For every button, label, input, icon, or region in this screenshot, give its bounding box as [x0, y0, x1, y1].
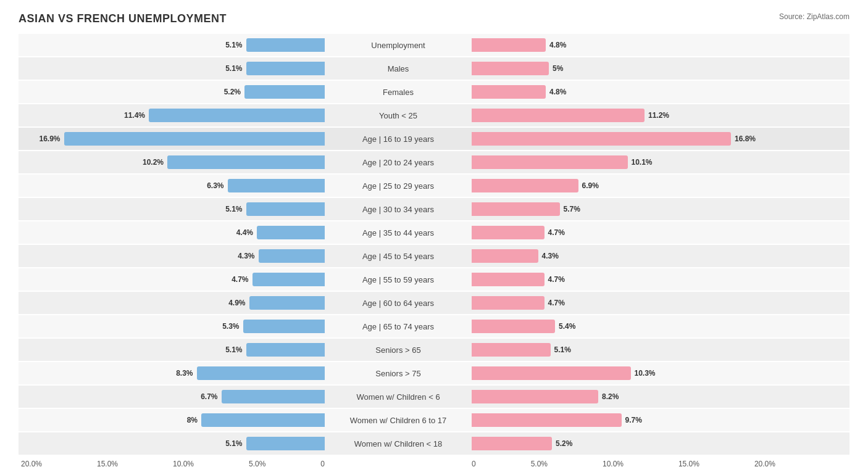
axis-label-left-1: 15.0% [97, 460, 118, 467]
left-value-label: 5.2% [224, 88, 241, 96]
axis-label-left-3: 5.0% [249, 460, 265, 467]
right-bar-wrapper: 9.7% [469, 413, 778, 427]
french-bar [472, 85, 546, 99]
left-bar-wrapper: 5.3% [19, 320, 327, 333]
chart-row: 6.3%Age | 25 to 29 years6.9% [19, 175, 849, 197]
left-value-label: 5.3% [222, 322, 239, 331]
right-value-label: 16.8% [735, 134, 756, 143]
asian-bar [246, 62, 325, 75]
asian-bar [257, 226, 325, 239]
asian-bar [243, 320, 325, 333]
row-center-label: Age | 20 to 24 years [327, 158, 469, 167]
chart-row: 5.1%Age | 30 to 34 years5.7% [19, 198, 849, 220]
left-bar-wrapper: 5.1% [19, 343, 327, 357]
right-bar-wrapper: 11.2% [469, 109, 778, 122]
axis-left: 20.0% 15.0% 10.0% 5.0% 0 [19, 460, 327, 467]
left-value-label: 8% [187, 416, 198, 424]
left-value-label: 5.1% [225, 345, 242, 354]
asian-bar [252, 273, 325, 286]
asian-bar [246, 38, 325, 52]
french-bar [472, 296, 545, 310]
chart-row: 5.1%Unemployment4.8% [19, 34, 849, 56]
axis-label-left-4: 0 [320, 460, 325, 467]
right-value-label: 4.7% [548, 275, 565, 284]
right-value-label: 5.2% [556, 439, 572, 448]
right-bar-wrapper: 10.1% [469, 155, 778, 169]
right-bar-wrapper: 5.4% [469, 320, 778, 333]
row-center-label: Seniors > 75 [327, 369, 469, 378]
chart-row: 5.1%Males5% [19, 57, 849, 80]
asian-bar [259, 249, 325, 263]
left-bar-wrapper: 5.1% [19, 62, 327, 75]
left-value-label: 5.1% [225, 64, 242, 73]
right-bar-wrapper: 16.8% [469, 132, 778, 146]
right-value-label: 5.7% [564, 205, 580, 213]
right-value-label: 10.3% [635, 369, 656, 378]
row-center-label: Seniors > 65 [327, 345, 469, 355]
left-bar-wrapper: 11.4% [19, 109, 327, 122]
right-bar-wrapper: 4.7% [469, 226, 778, 239]
row-center-label: Age | 30 to 34 years [327, 205, 469, 214]
right-value-label: 10.1% [632, 158, 653, 167]
french-bar [472, 437, 552, 450]
left-bar-wrapper: 8.3% [19, 366, 327, 380]
chart-source: Source: ZipAtlas.com [779, 12, 849, 21]
right-bar-wrapper: 8.2% [469, 390, 778, 403]
left-bar-wrapper: 5.1% [19, 38, 327, 52]
left-value-label: 5.1% [225, 205, 242, 213]
left-value-label: 11.4% [124, 111, 145, 120]
axis-label-right-4: 20.0% [754, 460, 775, 467]
left-bar-wrapper: 4.9% [19, 296, 327, 310]
french-bar [472, 132, 731, 146]
left-value-label: 8.3% [176, 369, 193, 378]
chart-header: ASIAN VS FRENCH UNEMPLOYMENT Source: Zip… [19, 12, 849, 25]
asian-bar [197, 366, 325, 380]
right-value-label: 5.4% [559, 322, 575, 331]
asian-bar [249, 296, 325, 310]
right-value-label: 5.1% [554, 345, 571, 354]
left-bar-wrapper: 6.3% [19, 179, 327, 192]
right-value-label: 8.2% [602, 392, 619, 401]
chart-container: ASIAN VS FRENCH UNEMPLOYMENT Source: Zip… [0, 0, 868, 467]
left-bar-wrapper: 5.1% [19, 202, 327, 216]
row-center-label: Age | 25 to 29 years [327, 181, 469, 191]
row-center-label: Age | 60 to 64 years [327, 299, 469, 308]
asian-bar [64, 132, 325, 146]
left-bar-wrapper: 16.9% [19, 132, 327, 146]
right-value-label: 4.7% [548, 299, 565, 307]
row-center-label: Women w/ Children < 6 [327, 392, 469, 402]
french-bar [472, 62, 549, 75]
left-bar-wrapper: 4.7% [19, 273, 327, 286]
right-bar-wrapper: 10.3% [469, 366, 778, 380]
french-bar [472, 109, 645, 122]
chart-row: 11.4%Youth < 2511.2% [19, 104, 849, 126]
french-bar [472, 179, 578, 192]
chart-row: 8%Women w/ Children 6 to 179.7% [19, 409, 849, 431]
chart-row: 5.3%Age | 65 to 74 years5.4% [19, 315, 849, 337]
chart-row: 4.7%Age | 55 to 59 years4.7% [19, 268, 849, 291]
french-bar [472, 202, 560, 216]
row-center-label: Women w/ Children < 18 [327, 439, 469, 448]
chart-row: 5.1%Women w/ Children < 185.2% [19, 432, 849, 455]
chart-row: 10.2%Age | 20 to 24 years10.1% [19, 151, 849, 173]
french-bar [472, 320, 555, 333]
left-value-label: 6.7% [201, 392, 217, 401]
chart-row: 5.2%Females4.8% [19, 81, 849, 103]
right-bar-wrapper: 6.9% [469, 179, 778, 192]
french-bar [472, 390, 598, 403]
chart-body: 5.1%Unemployment4.8%5.1%Males5%5.2%Femal… [19, 34, 849, 455]
row-center-label: Males [327, 64, 469, 73]
left-value-label: 4.7% [232, 275, 248, 284]
axis-row: 20.0% 15.0% 10.0% 5.0% 0 0 5.0% 10.0% 15… [19, 460, 849, 467]
chart-row: 8.3%Seniors > 7510.3% [19, 362, 849, 384]
french-bar [472, 249, 538, 263]
row-center-label: Age | 45 to 54 years [327, 252, 469, 261]
left-bar-wrapper: 8% [19, 413, 327, 427]
french-bar [472, 343, 551, 357]
asian-bar [246, 343, 325, 357]
row-center-label: Age | 55 to 59 years [327, 275, 469, 284]
french-bar [472, 38, 546, 52]
axis-label-left-2: 10.0% [173, 460, 194, 467]
right-value-label: 9.7% [625, 416, 642, 424]
right-value-label: 4.8% [549, 88, 566, 96]
